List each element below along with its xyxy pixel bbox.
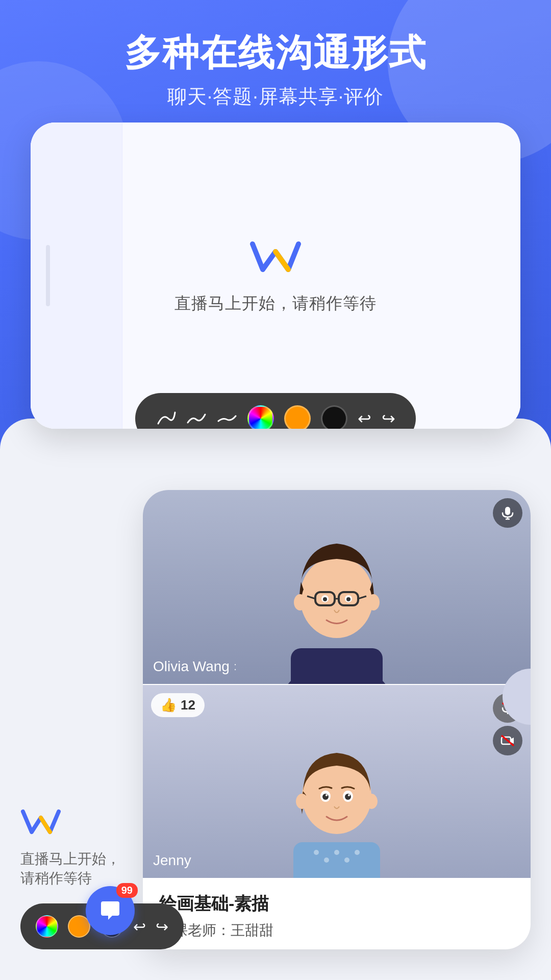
svg-point-21 (344, 857, 349, 863)
svg-point-25 (365, 794, 378, 809)
svg-point-10 (323, 597, 327, 601)
svg-point-12 (294, 594, 306, 610)
student-avatar (281, 735, 393, 878)
tablet-mockup-card: 直播马上开始，请稍作等待 ↩ ↪ (31, 122, 520, 429)
svg-rect-14 (505, 507, 510, 515)
waiting-text-top: 直播马上开始，请稍作等待 (174, 292, 377, 315)
teacher-avatar (276, 531, 398, 684)
svg-point-29 (345, 794, 351, 800)
left-panel (31, 122, 122, 429)
color-dot-orange[interactable] (284, 405, 311, 429)
redo-button[interactable]: ↪ (382, 409, 395, 428)
undo-button-bottom[interactable]: ↩ (133, 918, 146, 936)
pen-tool-2[interactable] (186, 408, 207, 429)
svg-point-31 (348, 794, 350, 796)
undo-button[interactable]: ↩ (358, 409, 371, 428)
teacher-name: 王甜甜 (231, 922, 273, 938)
svg-point-11 (346, 597, 350, 601)
like-count: 12 (181, 697, 195, 713)
svg-point-13 (367, 594, 380, 610)
panel-bar (46, 245, 50, 306)
mic-badge-teacher (493, 498, 522, 528)
waiting-text-bottom: 直播马上开始， 请稍作等待 (20, 849, 204, 888)
svg-rect-17 (293, 842, 380, 878)
svg-rect-1 (291, 648, 383, 684)
w-logo-top (247, 236, 304, 277)
w-logo-small (20, 806, 61, 837)
teacher-info: 授课老师：王甜甜 (159, 921, 514, 940)
chat-button-container: 99 (86, 886, 135, 935)
like-badge[interactable]: 👍 12 (151, 693, 205, 717)
svg-rect-35 (502, 737, 511, 744)
svg-point-18 (314, 850, 319, 855)
color-rainbow-small[interactable] (36, 915, 58, 938)
cam-muted-badge (493, 726, 522, 755)
chat-button[interactable]: 99 (86, 886, 135, 935)
svg-point-20 (334, 850, 339, 855)
sub-title: 聊天·答题·屏幕共享·评价 (0, 84, 551, 110)
color-picker-rainbow[interactable] (247, 405, 274, 429)
svg-point-22 (355, 850, 360, 855)
pen-tool-1[interactable] (156, 408, 176, 429)
svg-point-19 (324, 857, 329, 863)
teacher-video-panel: Olivia Wang : (143, 490, 531, 684)
svg-point-24 (296, 794, 308, 809)
main-title: 多种在线沟通形式 (0, 31, 551, 75)
course-title: 绘画基础-素描 (159, 892, 514, 916)
pen-tool-3[interactable] (217, 408, 237, 429)
svg-point-30 (325, 794, 328, 796)
color-dot-black[interactable] (321, 405, 347, 429)
like-icon: 👍 (160, 697, 177, 713)
redo-button-bottom[interactable]: ↪ (156, 918, 168, 936)
teacher-name-label: Olivia Wang : (153, 658, 237, 675)
title-area: 多种在线沟通形式 聊天·答题·屏幕共享·评价 (0, 31, 551, 110)
chat-badge: 99 (116, 883, 138, 898)
chat-icon (99, 899, 121, 922)
drawing-toolbar-top[interactable]: ↩ ↪ (135, 393, 416, 429)
svg-point-28 (322, 794, 329, 800)
